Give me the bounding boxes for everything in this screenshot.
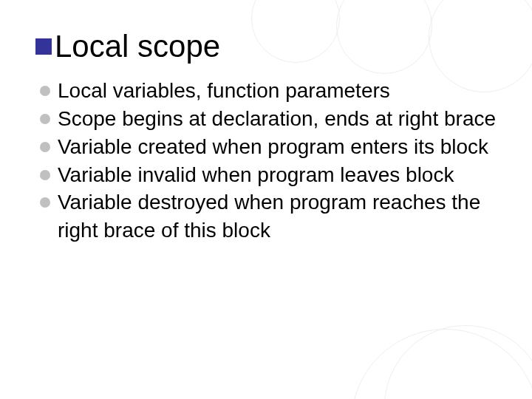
list-item: Variable destroyed when program reaches … — [40, 188, 497, 245]
circle-bullet-icon — [40, 114, 50, 124]
deco-circle-icon — [384, 325, 532, 399]
square-bullet-icon — [35, 38, 52, 55]
list-item-text: Variable destroyed when program reaches … — [58, 188, 497, 245]
list-item-text: Scope begins at declaration, ends at rig… — [58, 105, 497, 133]
list-item-text: Local variables, function parameters — [58, 77, 497, 105]
circle-bullet-icon — [40, 142, 50, 152]
list-item: Scope begins at declaration, ends at rig… — [40, 105, 497, 133]
deco-circle-icon — [351, 329, 532, 399]
circle-bullet-icon — [40, 197, 50, 208]
list-item-text: Variable invalid when program leaves blo… — [58, 161, 497, 189]
list-item: Variable created when program enters its… — [40, 133, 497, 161]
circle-bullet-icon — [40, 86, 50, 96]
list-item: Local variables, function parameters — [40, 77, 497, 105]
slide-heading: Local scope — [35, 30, 497, 64]
circle-bullet-icon — [40, 170, 50, 180]
list-item: Variable invalid when program leaves blo… — [40, 161, 497, 189]
list-item-text: Variable created when program enters its… — [58, 133, 497, 161]
slide-content: Local scope Local variables, function pa… — [0, 0, 532, 245]
heading-text: Local scope — [55, 30, 220, 64]
bullet-list: Local variables, function parameters Sco… — [35, 77, 497, 245]
